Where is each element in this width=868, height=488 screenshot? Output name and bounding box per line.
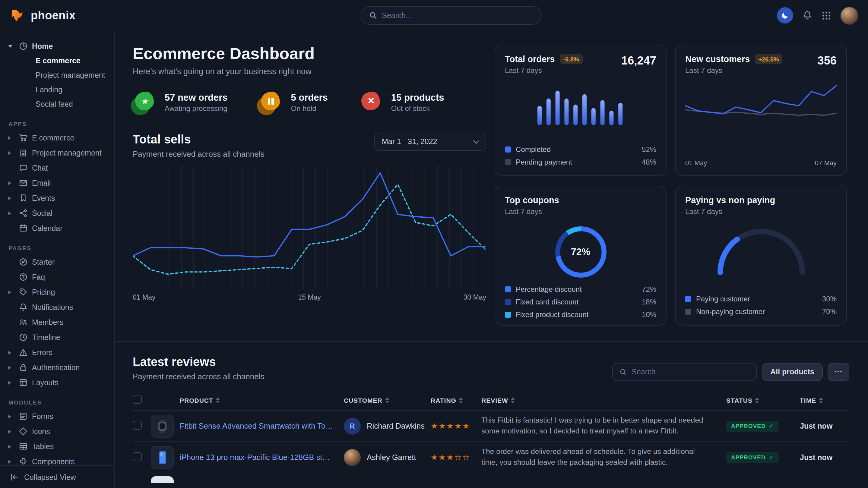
sidebar-item-project-management[interactable]: Project management: [0, 145, 114, 160]
sidebar-subitem-e-commerce[interactable]: E commerce: [0, 54, 114, 68]
reviews-search-input[interactable]: [631, 368, 750, 376]
sidebar-item-authentication[interactable]: Authentication: [0, 360, 114, 375]
caret-down-icon: [8, 45, 14, 47]
date-range-select[interactable]: Mar 1 - 31, 2022: [374, 133, 486, 151]
sidebar-item-calendar[interactable]: Calendar: [0, 221, 114, 236]
product-link[interactable]: Fitbit Sense Advanced Smartwatch with To…: [180, 421, 344, 430]
sidebar-item-members[interactable]: Members: [0, 315, 114, 330]
sidebar-item-chat[interactable]: Chat: [0, 160, 114, 175]
sidebar-item-label: Starter: [32, 258, 55, 266]
sidebar-item-label: Authentication: [32, 363, 80, 372]
sidebar-item-label: Pricing: [32, 288, 55, 296]
legend-value: 70%: [822, 307, 837, 316]
sidebar-item-events[interactable]: Events: [0, 191, 114, 205]
orders-bar-chart: [535, 79, 626, 127]
legend-swatch: [505, 299, 511, 305]
apps-grid-icon[interactable]: [822, 10, 831, 20]
sidebar-item-home[interactable]: Home: [0, 39, 114, 54]
sidebar-item-label: Errors: [32, 348, 53, 357]
sidebar-item-email[interactable]: Email: [0, 175, 114, 191]
orders-legend: Completed52%Pending payment48%: [505, 141, 656, 166]
column-header-product[interactable]: PRODUCT: [180, 396, 344, 403]
sidebar-item-pricing[interactable]: Pricing: [0, 285, 114, 300]
column-label: STATUS: [726, 396, 752, 403]
checkbox-cell: [133, 421, 151, 431]
column-header-review[interactable]: REVIEW: [482, 396, 726, 403]
total-orders-card: Total orders-6.8% Last 7 days 16,247 Com…: [495, 44, 666, 176]
sort-icon: [755, 397, 759, 403]
brand-logo[interactable]: phoenix: [10, 7, 76, 23]
column-header-rating[interactable]: RATING: [431, 396, 482, 403]
sort-icon: [819, 397, 823, 403]
clipboard-icon: [18, 148, 28, 157]
question-icon: [18, 272, 28, 282]
sidebar-item-forms[interactable]: Forms: [0, 409, 114, 424]
stat-value: 15 products: [391, 92, 444, 103]
legend-label: Fixed card discount: [516, 298, 579, 306]
sidebar-item-tables[interactable]: Tables: [0, 439, 114, 454]
reviews-table-header: PRODUCTCUSTOMERRATINGREVIEWSTATUSTIME: [133, 390, 849, 411]
column-header-time[interactable]: TIME: [800, 396, 849, 403]
user-avatar[interactable]: [840, 6, 858, 24]
all-products-button[interactable]: All products: [762, 363, 823, 381]
sidebar-subitem-landing[interactable]: Landing: [0, 83, 114, 97]
sidebar-item-e-commerce[interactable]: E commerce: [0, 130, 114, 145]
more-options-button[interactable]: ...: [828, 363, 849, 381]
sidebar-section-title-pages: PAGES: [0, 245, 114, 251]
global-search-input[interactable]: [382, 11, 533, 20]
status-badge: APPROVED✓: [726, 452, 779, 463]
caret-right-icon: [8, 290, 14, 294]
legend-row: Percentage discount72%: [505, 285, 656, 294]
sidebar-item-social[interactable]: Social: [0, 205, 114, 221]
legend-label: Non-paying customer: [696, 307, 765, 316]
moon-icon: [781, 11, 789, 19]
lock-icon: [18, 363, 28, 372]
check-icon: ✓: [769, 454, 774, 461]
navbar-actions: [777, 6, 858, 24]
envelope-icon: [18, 178, 28, 188]
row-checkbox[interactable]: [133, 452, 142, 461]
sidebar-item-errors[interactable]: Errors: [0, 345, 114, 360]
review-text: The order was delivered ahead of schedul…: [482, 446, 726, 468]
new-customers-card: New customers+26.5% Last 7 days 356 01 M…: [675, 44, 847, 176]
total-sells-title: Total sells: [133, 133, 264, 147]
sidebar-item-label: Icons: [32, 427, 50, 435]
sidebar-item-timeline[interactable]: Timeline: [0, 330, 114, 345]
sidebar-subitem-social-feed[interactable]: Social feed: [0, 97, 114, 111]
sidebar-item-icons[interactable]: Icons: [0, 424, 114, 439]
legend-label: Paying customer: [696, 295, 750, 303]
app-root: phoenix HomeE commerceProject management…: [0, 0, 868, 488]
paying-card: Paying vs non paying Last 7 days Paying …: [675, 186, 847, 326]
reviews-search[interactable]: [612, 363, 757, 381]
customer-avatar: [344, 449, 361, 466]
theme-toggle-button[interactable]: [777, 7, 793, 24]
global-search[interactable]: [361, 6, 542, 25]
sidebar-item-starter[interactable]: Starter: [0, 254, 114, 269]
cross-icon: ×: [359, 90, 383, 115]
collapsed-view-toggle[interactable]: Collapsed View: [0, 465, 114, 488]
customer-name: Ashley Garrett: [367, 453, 416, 462]
column-header-customer[interactable]: CUSTOMER: [344, 396, 431, 403]
product-link[interactable]: iPhone 13 pro max-Pacific Blue-128GB sto…: [180, 453, 344, 462]
total-orders-value: 16,247: [621, 54, 656, 67]
phoenix-logo-icon: [10, 7, 25, 23]
bookmark-icon: [18, 194, 28, 202]
date-range-value: Mar 1 - 31, 2022: [382, 137, 437, 146]
row-checkbox[interactable]: [133, 421, 142, 429]
sidebar-item-layouts[interactable]: Layouts: [0, 375, 114, 390]
search-icon: [369, 11, 377, 19]
sidebar-subitem-project-management[interactable]: Project management: [0, 68, 114, 83]
product-thumbnail-watch: [151, 415, 174, 437]
diamond-icon: [18, 427, 28, 436]
sidebar-item-notifications[interactable]: Notifications: [0, 300, 114, 315]
page-subtitle: Here's what's going on at your business …: [133, 67, 486, 76]
legend-value: 10%: [642, 311, 656, 319]
legend-value: 30%: [822, 295, 837, 303]
column-header-status[interactable]: STATUS: [726, 396, 800, 403]
x-axis-label: 01 May: [133, 294, 155, 301]
select-all-checkbox[interactable]: [133, 395, 142, 403]
notifications-bell-icon[interactable]: [802, 10, 812, 21]
card-period: Last 7 days: [685, 207, 775, 216]
layout-icon: [18, 378, 28, 387]
sidebar-item-faq[interactable]: Faq: [0, 269, 114, 285]
